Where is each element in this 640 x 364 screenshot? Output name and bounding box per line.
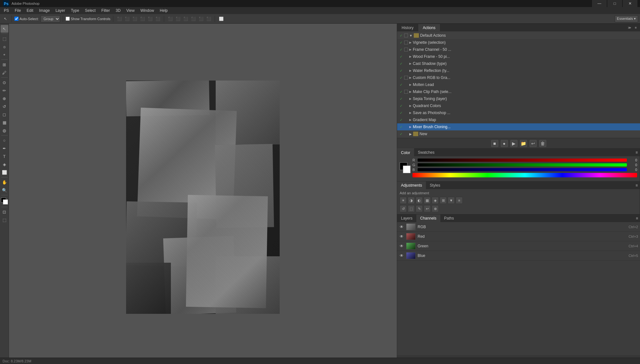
colorlookup-icon[interactable]: ✎ <box>416 205 423 212</box>
vibrance-icon[interactable]: ◈ <box>432 197 439 204</box>
invert-icon[interactable]: ↩ <box>424 205 431 212</box>
color-spectrum[interactable] <box>412 173 637 177</box>
hsl-icon[interactable]: ⊞ <box>440 197 447 204</box>
eye-icon[interactable]: 👁 <box>399 244 404 249</box>
menu-edit[interactable]: Edit <box>24 8 36 13</box>
marquee-tool[interactable]: ⬚ <box>1 35 8 43</box>
green-slider[interactable] <box>418 163 627 167</box>
blue-slider[interactable] <box>418 168 627 171</box>
dist-top-icon[interactable]: ⬛ <box>190 15 197 22</box>
lasso-tool[interactable]: ⌾ <box>1 43 8 50</box>
menu-select[interactable]: Select <box>82 8 98 13</box>
shape-tool[interactable]: ⬜ <box>1 168 8 176</box>
move-tool-icon[interactable]: ↖ <box>2 15 9 22</box>
record-button[interactable]: ● <box>501 140 508 147</box>
tab-history[interactable]: History <box>397 24 418 31</box>
path-select-tool[interactable]: ◈ <box>1 160 8 168</box>
photofilt-icon[interactable]: ↺ <box>400 205 407 212</box>
dist-center-h-icon[interactable]: ⬛ <box>174 15 181 22</box>
hand-tool[interactable]: ✋ <box>1 178 8 186</box>
action-cast-shadow[interactable]: ✓ ▶ Cast Shadow (type) <box>397 60 640 67</box>
dist-right-icon[interactable]: ⬛ <box>182 15 189 22</box>
align-center-h-icon[interactable]: ⬛ <box>124 15 131 22</box>
eyedropper-tool[interactable]: 🖊 <box>1 69 8 76</box>
expand-panels-icon[interactable]: ≫ <box>627 25 632 30</box>
history-brush-tool[interactable]: ↺ <box>1 103 8 110</box>
levels-icon[interactable]: ◑ <box>408 197 415 204</box>
crop-tool[interactable]: ⊞ <box>1 61 8 68</box>
align-bottom-icon[interactable]: ⬛ <box>154 15 161 22</box>
menu-layer[interactable]: Layer <box>53 8 68 13</box>
panel-menu-icon[interactable]: ≡ <box>633 25 639 30</box>
menu-help[interactable]: Help <box>157 8 170 13</box>
menu-ps[interactable]: PS <box>1 8 12 13</box>
tab-styles[interactable]: Styles <box>426 182 444 189</box>
align-top-icon[interactable]: ⬛ <box>139 15 146 22</box>
channel-red[interactable]: 👁 Red Ctrl+3 <box>397 232 640 241</box>
red-slider[interactable] <box>418 159 627 162</box>
background-swatch[interactable] <box>3 199 8 205</box>
tab-swatches[interactable]: Swatches <box>414 149 438 156</box>
move-tool[interactable]: ↖ <box>1 25 8 33</box>
play-button[interactable]: ▶ <box>510 140 517 147</box>
auto-select-checkbox[interactable]: Auto-Select: <box>14 17 39 21</box>
pen-tool[interactable]: ✒ <box>1 144 8 152</box>
tab-color[interactable]: Color <box>397 149 414 156</box>
exposure-icon[interactable]: ▦ <box>424 197 431 204</box>
screen-mode-btn[interactable]: ⬚ <box>1 216 8 224</box>
blur-tool[interactable]: ◍ <box>1 127 8 134</box>
action-sepia-toning[interactable]: ✓ ▶ Sepia Toning (layer) <box>397 95 640 102</box>
action-vignette[interactable]: ✓ ▶ Vignette (selection) <box>397 39 640 46</box>
maximize-button[interactable]: □ <box>607 0 622 7</box>
bw-icon[interactable]: ≡ <box>456 197 463 204</box>
quick-select-tool[interactable]: ⚬ <box>1 51 8 58</box>
new-action-set-button[interactable]: 📁 <box>520 140 527 147</box>
auto-select-input[interactable] <box>14 17 19 21</box>
menu-view[interactable]: View <box>124 8 137 13</box>
arrange-icon[interactable]: ⬜ <box>218 15 225 22</box>
zoom-tool[interactable]: 🔍 <box>1 186 8 194</box>
eye-icon[interactable]: 👁 <box>399 224 404 229</box>
action-molten-lead[interactable]: ✓ ▶ Molten Lead <box>397 81 640 88</box>
new-action-button[interactable]: ↩ <box>530 140 537 147</box>
dodge-tool[interactable]: ○ <box>1 136 8 144</box>
dist-center-v-icon[interactable]: ⬛ <box>197 15 204 22</box>
actions-group-header[interactable]: ✓ ▼ Default Actions <box>397 32 640 39</box>
eye-icon[interactable]: 👁 <box>399 234 404 239</box>
align-right-icon[interactable]: ⬛ <box>131 15 138 22</box>
tab-adjustments[interactable]: Adjustments <box>397 182 426 189</box>
color-panel-menu-icon[interactable]: ≡ <box>636 150 638 155</box>
action-gradient-map[interactable]: ✓ ▶ Gradient Map <box>397 116 640 123</box>
eye-icon[interactable]: 👁 <box>399 253 404 258</box>
action-clip-path[interactable]: ✓ ▶ Make Clip Path (sele... <box>397 88 640 95</box>
action-quadrant[interactable]: ✓ ▶ Quadrant Colors <box>397 102 640 109</box>
action-wood-frame[interactable]: ✓ ▶ Wood Frame - 50 pi... <box>397 53 640 60</box>
background-color-swatch[interactable] <box>403 166 411 173</box>
show-transform-checkbox[interactable]: Show Transform Controls <box>66 17 110 21</box>
menu-3d[interactable]: 3D <box>113 8 123 13</box>
delete-action-button[interactable]: 🗑 <box>539 140 546 147</box>
brush-tool[interactable]: ✏ <box>1 87 8 94</box>
menu-type[interactable]: Type <box>68 8 82 13</box>
menu-image[interactable]: Image <box>36 8 52 13</box>
gradient-tool[interactable]: ▦ <box>1 119 8 126</box>
minimize-button[interactable]: — <box>592 0 607 7</box>
brightness-icon[interactable]: ☀ <box>400 197 407 204</box>
channelmix-icon[interactable]: ⬚ <box>408 205 415 212</box>
action-custom-rgb[interactable]: ✓ ▶ Custom RGB to Gra... <box>397 74 640 81</box>
layers-menu-icon[interactable]: ≡ <box>636 216 638 221</box>
align-center-v-icon[interactable]: ⬛ <box>147 15 154 22</box>
color-swatches[interactable] <box>1 197 8 205</box>
menu-window[interactable]: Window <box>138 8 157 13</box>
healing-brush-tool[interactable]: ⊙ <box>1 79 8 86</box>
action-water-reflection[interactable]: ✓ ▶ Water Reflection (ty... <box>397 67 640 74</box>
tab-layers[interactable]: Layers <box>397 214 416 222</box>
close-button[interactable]: ✕ <box>623 0 637 7</box>
tab-paths[interactable]: Paths <box>440 214 458 222</box>
posterize-icon[interactable]: ⊗ <box>432 205 439 212</box>
channel-green[interactable]: 👁 Green Ctrl+4 <box>397 241 640 251</box>
adj-menu-icon[interactable]: ≡ <box>636 183 638 188</box>
action-frame-channel[interactable]: ✓ ▶ Frame Channel - 50 ... <box>397 46 640 53</box>
align-left-icon[interactable]: ⬛ <box>116 15 123 22</box>
stop-button[interactable]: ■ <box>491 140 498 147</box>
